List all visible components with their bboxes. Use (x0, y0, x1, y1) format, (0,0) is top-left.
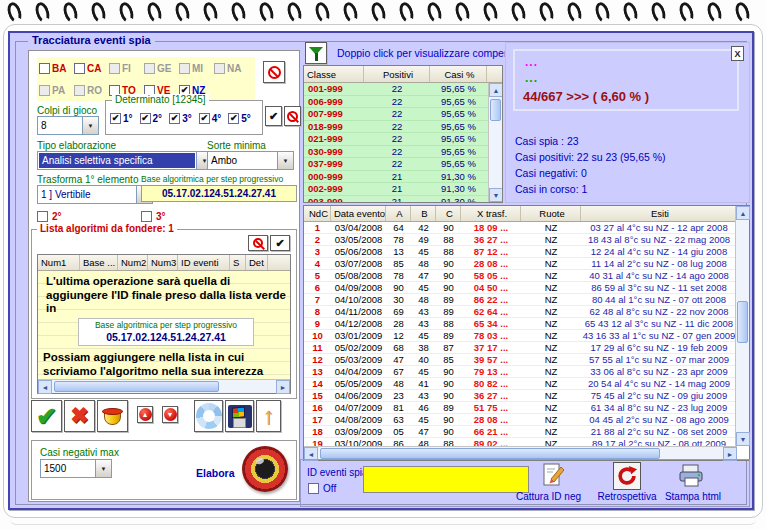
checkbox-icon[interactable] (144, 63, 155, 74)
compendio-row[interactable]: 007-9992295,65 % (304, 108, 502, 121)
determinato-checkbox-3[interactable]: 3° (169, 113, 192, 124)
compendio-button[interactable] (305, 42, 327, 64)
events-row[interactable]: 1304/04/200967459079 13 ...NZ33 06 al 8°… (304, 366, 737, 378)
events-row[interactable]: 1903/10/200986488889 02 ...NZ89 17 al 2°… (304, 438, 737, 446)
chevron-down-icon[interactable]: ▼ (95, 460, 111, 477)
events-row[interactable]: 1604/07/200981468951 75 ...NZ61 34 al 8°… (304, 402, 737, 414)
wheel-checkbox-mi[interactable]: MI (179, 63, 214, 74)
lista-column-header[interactable]: Num3 (148, 255, 178, 270)
id-eventi-spia-input[interactable] (363, 466, 529, 493)
compendio-column-header[interactable]: Casi % (430, 66, 487, 82)
elabora-button[interactable] (242, 446, 288, 492)
events-column-header[interactable]: Esiti (581, 206, 737, 221)
events-row[interactable]: 1704/08/200963459028 08 ...NZ04 45 al 2°… (304, 414, 737, 426)
scrollbar-thumb[interactable] (737, 301, 748, 343)
checkbox-icon[interactable] (39, 85, 50, 96)
compendio-row[interactable]: 018-9992295,65 % (304, 121, 502, 134)
base-algoritmica-field[interactable]: 05.17.02.124.51.24.27.41 (141, 185, 297, 202)
events-row[interactable]: 1803/09/200905479066 21 ...NZ21 88 al 2°… (304, 426, 737, 438)
scrollbar-thumb[interactable] (320, 448, 660, 459)
scroll-right-button[interactable]: ► (276, 380, 290, 394)
scroll-up-button[interactable]: ▲ (489, 83, 503, 97)
events-row[interactable]: 1003/01/200912458978 03 ...NZ43 16 33 al… (304, 330, 737, 342)
determinato-checkbox-2[interactable]: 2° (140, 113, 163, 124)
compendio-row[interactable]: 006-9992295,65 % (304, 96, 502, 109)
events-row[interactable]: 904/12/200828438865 34 ...NZ65 43 12 al … (304, 318, 737, 330)
events-row[interactable]: 804/11/200869438962 64 ...NZ62 48 al 8°c… (304, 306, 737, 318)
determinato-checkbox-5[interactable]: 5° (228, 113, 251, 124)
lista-column-header[interactable]: S (230, 255, 246, 270)
events-row[interactable]: 103/04/200864429018 09 ...NZ03 27 al 4°c… (304, 222, 737, 234)
events-column-header[interactable]: Data evento (331, 206, 386, 221)
checkbox-icon[interactable] (74, 85, 85, 96)
checkbox-icon[interactable] (179, 63, 190, 74)
lista-grid-body[interactable]: L'ultima operazione sarà quella di aggiu… (38, 271, 290, 381)
scroll-left-button[interactable]: ◄ (38, 380, 52, 394)
scroll-down-button[interactable]: ▼ (736, 432, 750, 446)
cattura-id-neg-button[interactable] (541, 462, 567, 490)
sorte-minima-select[interactable]: Ambo ▼ (207, 151, 294, 170)
save-button[interactable] (225, 400, 254, 432)
scrollbar-thumb[interactable] (54, 381, 219, 392)
compendio-row[interactable]: 003-9992191,30 % (304, 196, 502, 204)
scrollbar-thumb[interactable] (490, 99, 501, 121)
lista-column-header[interactable]: ID eventi (178, 255, 230, 270)
wheel-checkbox-ro[interactable]: RO (74, 85, 109, 96)
checkbox-icon[interactable] (110, 113, 121, 124)
checkbox-icon[interactable] (39, 63, 50, 74)
off-checkbox[interactable]: Off (308, 483, 336, 494)
compendio-row[interactable]: 021-9992295,65 % (304, 133, 502, 146)
determinato-checkbox-1[interactable]: 1° (110, 113, 133, 124)
checkbox-icon[interactable] (169, 113, 180, 124)
events-row[interactable]: 505/08/200878479058 05 ...NZ40 31 al 4°c… (304, 270, 737, 282)
delete-bucket-button[interactable] (97, 400, 128, 432)
compendio-row[interactable]: 001-9992295,65 % (304, 83, 502, 96)
checkbox-icon[interactable] (228, 113, 239, 124)
events-row[interactable]: 305/06/200813458887 12 ...NZ12 24 al 4°c… (304, 246, 737, 258)
scroll-up-button[interactable]: ▲ (736, 206, 750, 220)
events-vscrollbar[interactable]: ▲ ▼ (735, 206, 749, 446)
lista-column-header[interactable]: Num2 (118, 255, 148, 270)
casi-negativi-select[interactable]: 1500 ▼ (40, 459, 112, 478)
events-column-header[interactable]: Ruote (521, 206, 581, 221)
checkbox-icon[interactable] (308, 483, 319, 494)
wheel-checkbox-ba[interactable]: BA (39, 63, 74, 74)
lista-confirm-button[interactable]: ✔ (270, 235, 290, 251)
wheel-checkbox-ca[interactable]: CA (74, 63, 109, 74)
checkbox-icon[interactable] (141, 211, 152, 222)
compendio-row[interactable]: 002-9992191,30 % (304, 183, 502, 196)
events-row[interactable]: 203/05/200878498836 27 ...NZ18 43 al 8°c… (304, 234, 737, 246)
scrollbar-track[interactable] (52, 380, 276, 393)
checkbox-icon[interactable] (37, 211, 48, 222)
events-hscrollbar[interactable]: ◄ ► (304, 446, 737, 460)
events-column-header[interactable]: C (436, 206, 461, 221)
move-down-button[interactable]: ▼ (162, 406, 178, 423)
compendio-row[interactable]: 030-9992295,65 % (304, 146, 502, 159)
checkbox-icon[interactable] (74, 63, 85, 74)
compendio-column-header[interactable]: Classe (304, 66, 364, 82)
checkbox-icon[interactable] (199, 113, 210, 124)
colpi-di-gioco-select[interactable]: 8 ▼ (37, 116, 99, 135)
wheel-checkbox-ge[interactable]: GE (144, 63, 179, 74)
compendio-row[interactable]: 037-9992295,65 % (304, 158, 502, 171)
lista-clear-button[interactable] (248, 235, 268, 251)
wheel-checkbox-pa[interactable]: PA (39, 85, 74, 96)
checkbox-icon[interactable] (109, 63, 120, 74)
chevron-down-icon[interactable]: ▼ (277, 152, 293, 169)
clear-positions-button[interactable] (284, 106, 301, 126)
export-up-button[interactable]: ↑ (256, 400, 281, 432)
select-all-positions-button[interactable]: ✔ (265, 106, 282, 126)
checkbox-2[interactable]: 2° (37, 211, 62, 222)
events-row[interactable]: 1504/06/200923439036 27 ...NZ75 45 al 2°… (304, 390, 737, 402)
events-column-header[interactable]: B (411, 206, 436, 221)
compendio-column-header[interactable]: Positivi (364, 66, 430, 82)
checkbox-icon[interactable] (140, 113, 151, 124)
stampa-html-button[interactable] (677, 464, 705, 490)
events-column-header[interactable]: X trasf. (461, 206, 521, 221)
clear-wheels-button[interactable] (263, 61, 285, 83)
move-up-button[interactable]: ▲ (137, 406, 153, 423)
events-row[interactable]: 1405/05/200948419080 82 ...NZ20 54 al 4°… (304, 378, 737, 390)
events-row[interactable]: 1205/03/200947408539 57 ...NZ57 55 al 1°… (304, 354, 737, 366)
events-row[interactable]: 704/10/200830488986 22 ...NZ80 44 al 1°c… (304, 294, 737, 306)
chevron-down-icon[interactable]: ▼ (82, 117, 98, 134)
